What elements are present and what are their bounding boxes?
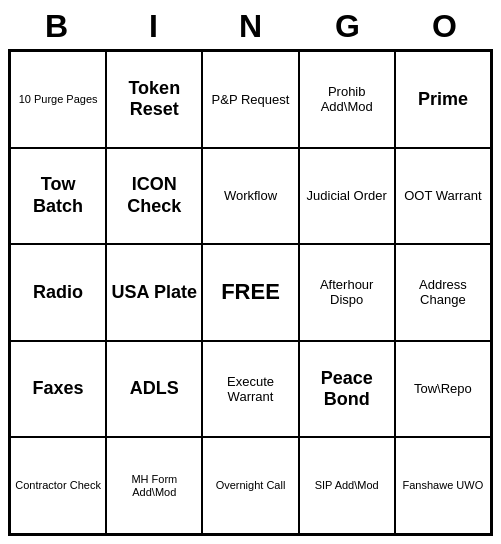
bingo-cell-11[interactable]: USA Plate: [106, 244, 202, 341]
bingo-cell-6[interactable]: ICON Check: [106, 148, 202, 245]
bingo-cell-1[interactable]: Token Reset: [106, 51, 202, 148]
bingo-cell-9[interactable]: OOT Warrant: [395, 148, 491, 245]
bingo-cell-20[interactable]: Contractor Check: [10, 437, 106, 534]
bingo-header: B I N G O: [8, 8, 493, 45]
bingo-cell-5[interactable]: Tow Batch: [10, 148, 106, 245]
bingo-cell-22[interactable]: Overnight Call: [202, 437, 298, 534]
bingo-cell-16[interactable]: ADLS: [106, 341, 202, 438]
bingo-cell-18[interactable]: Peace Bond: [299, 341, 395, 438]
header-i: I: [105, 8, 202, 45]
bingo-cell-17[interactable]: Execute Warrant: [202, 341, 298, 438]
bingo-cell-19[interactable]: Tow\Repo: [395, 341, 491, 438]
header-b: B: [8, 8, 105, 45]
bingo-cell-14[interactable]: Address Change: [395, 244, 491, 341]
bingo-cell-7[interactable]: Workflow: [202, 148, 298, 245]
bingo-cell-12[interactable]: FREE: [202, 244, 298, 341]
header-o: O: [396, 8, 493, 45]
bingo-cell-8[interactable]: Judicial Order: [299, 148, 395, 245]
bingo-cell-10[interactable]: Radio: [10, 244, 106, 341]
bingo-grid: 10 Purge PagesToken ResetP&P RequestProh…: [8, 49, 493, 536]
bingo-cell-2[interactable]: P&P Request: [202, 51, 298, 148]
bingo-cell-24[interactable]: Fanshawe UWO: [395, 437, 491, 534]
bingo-cell-4[interactable]: Prime: [395, 51, 491, 148]
bingo-cell-21[interactable]: MH Form Add\Mod: [106, 437, 202, 534]
header-g: G: [299, 8, 396, 45]
bingo-cell-13[interactable]: Afterhour Dispo: [299, 244, 395, 341]
bingo-cell-0[interactable]: 10 Purge Pages: [10, 51, 106, 148]
header-n: N: [202, 8, 299, 45]
bingo-cell-3[interactable]: Prohib Add\Mod: [299, 51, 395, 148]
bingo-cell-15[interactable]: Faxes: [10, 341, 106, 438]
bingo-cell-23[interactable]: SIP Add\Mod: [299, 437, 395, 534]
